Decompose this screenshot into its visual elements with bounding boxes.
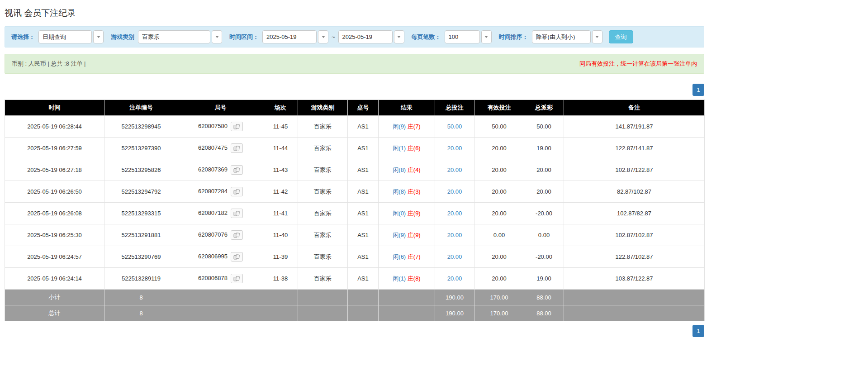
- total-bet-link[interactable]: 20.00: [447, 232, 462, 238]
- pagination-top: 1: [5, 84, 704, 96]
- banker-result: 庄(6): [408, 145, 421, 152]
- view-cards-button[interactable]: [231, 230, 243, 240]
- cell-game-type: 百家乐: [298, 116, 348, 138]
- cell-valid-bet: 20.00: [474, 181, 524, 203]
- view-cards-button[interactable]: [231, 143, 243, 153]
- view-cards-button[interactable]: [231, 274, 243, 283]
- cell-table-no: AS1: [348, 203, 379, 224]
- pagination-bottom: 1: [5, 325, 704, 337]
- cell-total-bet: 20.00: [435, 181, 474, 203]
- cell-round: 620807475: [178, 138, 263, 159]
- cell-game-type: 百家乐: [298, 224, 348, 246]
- round-number: 620807076: [198, 231, 228, 238]
- page-1-button[interactable]: 1: [693, 325, 704, 337]
- cell-time: 2025-05-19 06:26:08: [5, 203, 104, 224]
- cell-session: 11-41: [263, 203, 298, 224]
- cards-icon: [233, 233, 240, 238]
- cell-round: 620807580: [178, 116, 263, 138]
- page-size-input[interactable]: [445, 30, 480, 43]
- view-cards-button[interactable]: [231, 209, 243, 218]
- cell-table-no: AS1: [348, 181, 379, 203]
- subtotal-label: 小计: [5, 290, 104, 305]
- time-sort-label: 时间排序：: [499, 33, 528, 41]
- time-sort-dropdown-button[interactable]: [592, 30, 602, 43]
- select-type-input[interactable]: [38, 30, 92, 43]
- view-cards-button[interactable]: [231, 187, 243, 196]
- game-type-input[interactable]: [138, 30, 210, 43]
- cell-table-no: AS1: [348, 246, 379, 268]
- subtotal-valid-bet: 170.00: [474, 290, 524, 305]
- total-bet-link[interactable]: 20.00: [447, 275, 462, 282]
- banker-result: 庄(7): [408, 123, 421, 130]
- player-result: 闲(9): [393, 123, 406, 130]
- cell-total-bet: 20.00: [435, 246, 474, 268]
- subtotal-count: 8: [104, 290, 178, 305]
- cell-table-no: AS1: [348, 224, 379, 246]
- col-payout: 总派彩: [524, 100, 564, 116]
- cell-valid-bet: 50.00: [474, 116, 524, 138]
- cell-result: 闲(1) 庄(6): [379, 138, 435, 159]
- filter-bar: 请选择： 游戏类别 时间区间： ~ 每页笔: [5, 26, 704, 48]
- date-range-separator: ~: [332, 33, 335, 40]
- game-type-label: 游戏类别: [111, 33, 134, 41]
- total-bet-link[interactable]: 50.00: [447, 123, 462, 130]
- round-number: 620807580: [198, 123, 228, 129]
- cell-result: 闲(6) 庄(7): [379, 246, 435, 268]
- date-from-dropdown-button[interactable]: [318, 30, 328, 43]
- col-total-bet: 总投注: [435, 100, 474, 116]
- cell-time: 2025-05-19 06:24:14: [5, 268, 104, 290]
- total-bet-link[interactable]: 20.00: [447, 166, 462, 173]
- cell-session: 11-43: [263, 159, 298, 181]
- col-table-no: 桌号: [348, 100, 379, 116]
- subtotal-total-bet: 190.00: [435, 290, 474, 305]
- select-type-dropdown-button[interactable]: [93, 30, 104, 43]
- query-button[interactable]: 查询: [609, 30, 633, 43]
- page-size-dropdown-button[interactable]: [481, 30, 492, 43]
- round-number: 620807475: [198, 144, 228, 151]
- table-row: 2025-05-19 06:24:57 522513290769 6208069…: [5, 246, 705, 268]
- cell-bet-id: 522513294792: [104, 181, 178, 203]
- game-type-dropdown-button[interactable]: [212, 30, 222, 43]
- time-sort-input[interactable]: [532, 30, 591, 43]
- cell-valid-bet: 20.00: [474, 268, 524, 290]
- caret-down-icon: [215, 36, 219, 38]
- view-cards-button[interactable]: [231, 165, 243, 175]
- date-to-dropdown-button[interactable]: [394, 30, 404, 43]
- table-row: 2025-05-19 06:26:08 522513293315 6208071…: [5, 203, 705, 224]
- currency-summary-text: 币别 : 人民币 | 总共 :8 注单 |: [12, 60, 86, 68]
- table-row: 2025-05-19 06:24:14 522513289119 6208068…: [5, 268, 705, 290]
- cards-icon: [233, 146, 240, 151]
- date-to-input[interactable]: [338, 30, 393, 43]
- cards-icon: [233, 211, 240, 216]
- page-1-button[interactable]: 1: [693, 84, 704, 96]
- banker-result: 庄(4): [408, 166, 421, 173]
- cell-bet-id: 522513289119: [104, 268, 178, 290]
- cell-bet-id: 522513293315: [104, 203, 178, 224]
- cell-time: 2025-05-19 06:24:57: [5, 246, 104, 268]
- cell-remark: 102.87/82.87: [564, 203, 705, 224]
- date-from-input[interactable]: [262, 30, 317, 43]
- table-row: 2025-05-19 06:25:30 522513291881 6208070…: [5, 224, 705, 246]
- col-remark: 备注: [564, 100, 705, 116]
- total-bet-link[interactable]: 20.00: [447, 145, 462, 152]
- round-number: 620806878: [198, 275, 228, 281]
- total-bet-link[interactable]: 20.00: [447, 210, 462, 217]
- col-valid-bet: 有效投注: [474, 100, 524, 116]
- col-result: 结果: [379, 100, 435, 116]
- player-result: 闲(1): [393, 275, 406, 282]
- bet-records-table: 时间 注单编号 局号 场次 游戏类别 桌号 结果 总投注 有效投注 总派彩 备注…: [5, 100, 705, 321]
- cell-game-type: 百家乐: [298, 181, 348, 203]
- total-bet-link[interactable]: 20.00: [447, 253, 462, 260]
- cell-round: 620806878: [178, 268, 263, 290]
- total-total-bet: 190.00: [435, 305, 474, 321]
- total-bet-link[interactable]: 20.00: [447, 188, 462, 195]
- cell-table-no: AS1: [348, 116, 379, 138]
- cell-remark: 122.87/102.87: [564, 246, 705, 268]
- round-number: 620807369: [198, 166, 228, 173]
- cell-game-type: 百家乐: [298, 203, 348, 224]
- table-row: 2025-05-19 06:28:44 522513298945 6208075…: [5, 116, 705, 138]
- player-result: 闲(8): [393, 166, 406, 173]
- view-cards-button[interactable]: [231, 252, 243, 262]
- banker-result: 庄(3): [408, 188, 421, 195]
- view-cards-button[interactable]: [231, 122, 243, 131]
